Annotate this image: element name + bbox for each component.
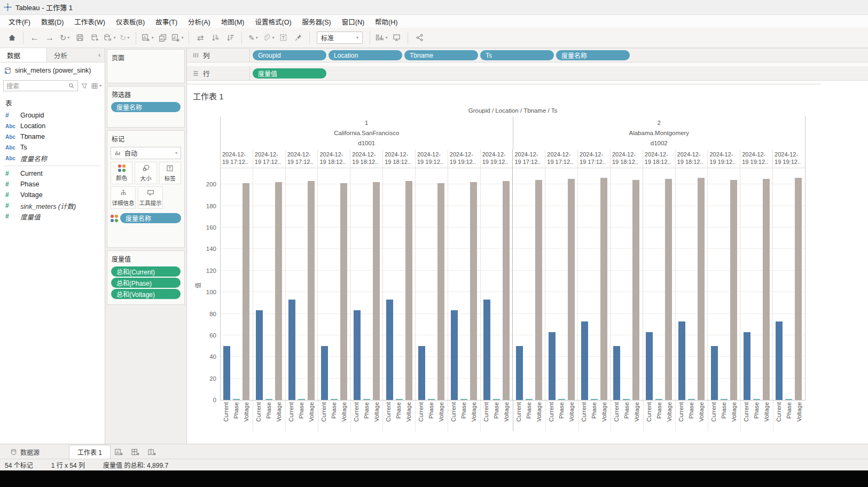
- field-Phase[interactable]: #Phase: [0, 179, 105, 190]
- bar-current-9[interactable]: [516, 346, 523, 400]
- columns-pill-Groupid[interactable]: Groupid: [253, 50, 326, 60]
- highlight-button[interactable]: ✎▾: [246, 30, 261, 45]
- new-worksheet-button[interactable]: ▾: [140, 30, 155, 45]
- bar-voltage-4[interactable]: [373, 182, 380, 400]
- ts-header-6[interactable]: 2024-12-19 19:12..: [415, 150, 448, 168]
- menu-item-3[interactable]: 仪表板(B): [111, 15, 150, 28]
- ts-header-10[interactable]: 2024-12-19 17:12..: [545, 150, 577, 168]
- view-options-icon[interactable]: ▾: [91, 82, 101, 90]
- columns-pill-度量名称[interactable]: 度量名称: [556, 50, 630, 60]
- menu-item-9[interactable]: 窗口(N): [337, 15, 370, 28]
- bar-phase-10[interactable]: [558, 399, 565, 400]
- attach-button[interactable]: ▾: [261, 30, 276, 45]
- bar-phase-4[interactable]: [363, 399, 370, 400]
- tab-datasource[interactable]: 数据源: [2, 445, 48, 459]
- bar-voltage-2[interactable]: [308, 181, 315, 400]
- bar-current-11[interactable]: [581, 321, 588, 400]
- filters-card[interactable]: 筛选器 度量名称: [107, 86, 185, 128]
- bar-phase-6[interactable]: [428, 399, 435, 400]
- marks-pill-measure-names[interactable]: 度量名称: [120, 213, 181, 223]
- bar-current-6[interactable]: [418, 346, 425, 400]
- ts-header-12[interactable]: 2024-12-19 18:12..: [610, 150, 643, 168]
- size-button[interactable]: 大小: [135, 162, 157, 184]
- bar-current-4[interactable]: [354, 310, 361, 400]
- bar-current-7[interactable]: [451, 310, 458, 400]
- menu-item-5[interactable]: 分析(A): [183, 15, 216, 28]
- bar-phase-17[interactable]: [785, 399, 792, 400]
- columns-shelf[interactable]: 列 GroupidLocationTbnameTs度量名称: [187, 48, 868, 62]
- bar-voltage-16[interactable]: [763, 179, 770, 400]
- presentation-button[interactable]: [389, 30, 404, 45]
- group-header-row[interactable]: 1California.SanFranciscod10012Alabama.Mo…: [220, 116, 806, 150]
- ts-header-13[interactable]: 2024-12-19 18:12..: [643, 150, 675, 168]
- menu-item-1[interactable]: 数据(D): [36, 15, 69, 28]
- bar-current-0[interactable]: [223, 346, 230, 400]
- bar-phase-11[interactable]: [591, 399, 598, 400]
- ts-header-1[interactable]: 2024-12-19 17:12..: [253, 150, 285, 168]
- bar-voltage-17[interactable]: [795, 178, 802, 400]
- sort-ascending-button[interactable]: [208, 30, 223, 45]
- field-Tbname[interactable]: AbcTbname: [0, 131, 105, 142]
- back-button[interactable]: ←: [27, 30, 42, 45]
- search-input[interactable]: 搜索: [3, 80, 78, 91]
- ts-header-2[interactable]: 2024-12-19 17:12..: [285, 150, 318, 168]
- bar-phase-5[interactable]: [396, 399, 403, 400]
- replay-button[interactable]: ↻▾: [57, 30, 72, 45]
- color-button[interactable]: 颜色: [111, 162, 132, 184]
- ts-header-5[interactable]: 2024-12-19 18:12..: [382, 150, 415, 168]
- show-mark-labels-button[interactable]: T: [276, 30, 291, 45]
- tab-analytics[interactable]: 分析: [47, 48, 94, 62]
- menu-item-4[interactable]: 故事(T): [150, 15, 183, 28]
- ts-header-4[interactable]: 2024-12-19 18:12..: [350, 150, 382, 168]
- field-Voltage[interactable]: #Voltage: [0, 190, 105, 200]
- tooltip-button[interactable]: 工具提示: [138, 186, 163, 209]
- filter-fields-icon[interactable]: [81, 82, 88, 90]
- bar-current-16[interactable]: [744, 332, 750, 400]
- bar-voltage-6[interactable]: [437, 183, 444, 400]
- bar-current-8[interactable]: [483, 300, 490, 400]
- bar-current-10[interactable]: [549, 332, 556, 400]
- forward-button[interactable]: →: [42, 30, 57, 45]
- menu-item-2[interactable]: 工作表(W): [69, 15, 111, 28]
- bar-phase-8[interactable]: [493, 399, 500, 400]
- sort-descending-button[interactable]: [223, 30, 238, 45]
- bar-current-5[interactable]: [386, 300, 393, 400]
- columns-pill-Ts[interactable]: Ts: [480, 50, 554, 60]
- bar-phase-0[interactable]: [233, 399, 240, 400]
- marks-card[interactable]: 标记 自动 ▾ 颜色 大小: [107, 130, 185, 248]
- label-button[interactable]: T 标签: [159, 162, 181, 184]
- y-axis[interactable]: 值020406080100120140160180200: [189, 105, 220, 431]
- menu-item-10[interactable]: 帮助(H): [370, 15, 403, 28]
- add-datasource-button[interactable]: [87, 30, 102, 45]
- bar-voltage-12[interactable]: [632, 180, 639, 400]
- field-度量名称[interactable]: Abc度量名称: [0, 153, 105, 163]
- bar-voltage-9[interactable]: [535, 180, 542, 400]
- refresh-button[interactable]: ↻▾: [117, 30, 132, 45]
- measure-label-row[interactable]: CurrentPhaseVoltageCurrentPhaseVoltageCu…: [220, 400, 806, 431]
- ts-header-8[interactable]: 2024-12-19 19:12..: [480, 150, 513, 168]
- bar-phase-7[interactable]: [460, 399, 467, 400]
- bar-voltage-15[interactable]: [730, 180, 737, 400]
- field-sink_meters (计数)[interactable]: #sink_meters (计数): [0, 200, 105, 211]
- bar-phase-13[interactable]: [655, 399, 662, 400]
- bar-voltage-8[interactable]: [503, 181, 510, 400]
- bar-current-14[interactable]: [678, 321, 685, 400]
- field-Ts[interactable]: AbcTs: [0, 142, 105, 153]
- bar-current-17[interactable]: [776, 321, 783, 400]
- field-度量值[interactable]: #度量值: [0, 211, 105, 222]
- menu-item-8[interactable]: 服务器(S): [297, 15, 337, 28]
- show-me-button[interactable]: ▾: [374, 30, 389, 45]
- ts-header-15[interactable]: 2024-12-19 19:12..: [707, 150, 740, 168]
- bar-current-1[interactable]: [256, 310, 263, 400]
- bar-voltage-0[interactable]: [243, 183, 249, 400]
- share-button[interactable]: [412, 30, 427, 45]
- mark-type-dropdown[interactable]: 自动 ▾: [111, 147, 181, 159]
- menu-item-0[interactable]: 文件(F): [3, 15, 36, 28]
- pause-updates-button[interactable]: ▾: [102, 30, 117, 45]
- bar-phase-12[interactable]: [623, 399, 630, 400]
- bar-voltage-11[interactable]: [600, 178, 607, 400]
- new-dashboard-tab-button[interactable]: [127, 445, 144, 459]
- ts-header-14[interactable]: 2024-12-19 18:12..: [675, 150, 708, 168]
- new-worksheet-tab-button[interactable]: [111, 445, 127, 459]
- tab-data[interactable]: 数据: [0, 48, 47, 62]
